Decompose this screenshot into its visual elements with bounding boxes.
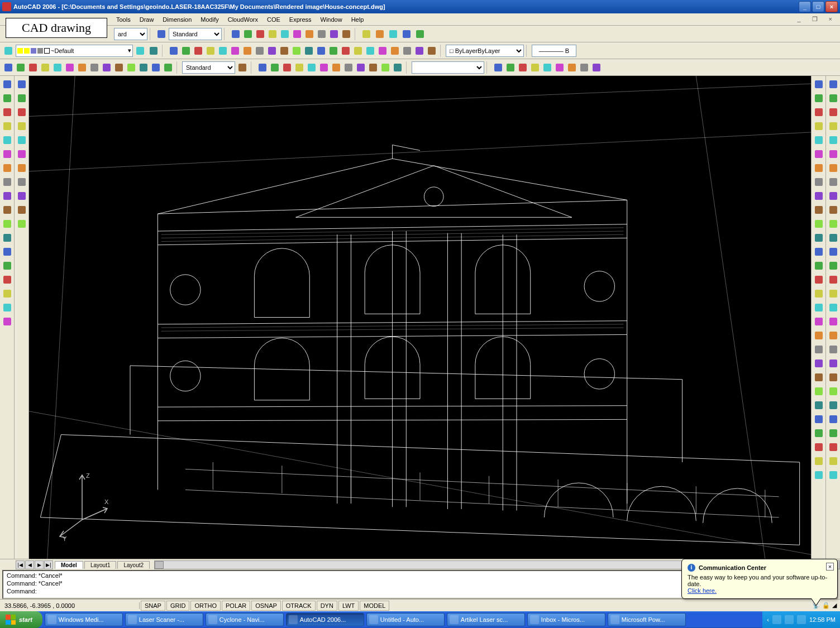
tb-r1-b[interactable] bbox=[374, 28, 386, 40]
tab-nav-prev[interactable]: ◀ bbox=[25, 560, 34, 569]
cyl-icon[interactable] bbox=[827, 427, 839, 439]
mdi-close[interactable]: × bbox=[824, 15, 837, 24]
osnap-node-icon[interactable] bbox=[827, 120, 839, 132]
task-button-3[interactable]: AutoCAD 2006... bbox=[286, 613, 364, 626]
view-se-icon[interactable] bbox=[342, 61, 355, 74]
calc-icon[interactable] bbox=[413, 45, 426, 57]
view-top-icon[interactable] bbox=[256, 61, 269, 74]
light-icon[interactable] bbox=[1, 106, 13, 118]
right-icon[interactable] bbox=[1, 301, 13, 314]
task-button-1[interactable]: Laser Scaner -... bbox=[125, 613, 203, 626]
dim-diameter-icon[interactable] bbox=[303, 28, 316, 40]
point-t-icon[interactable] bbox=[16, 218, 28, 230]
match-icon[interactable] bbox=[266, 45, 278, 57]
sphere-icon[interactable] bbox=[827, 441, 839, 453]
image-icon[interactable] bbox=[1, 218, 13, 230]
tab-nav-first[interactable]: |◀ bbox=[16, 560, 25, 569]
osnap-int-icon[interactable] bbox=[827, 148, 839, 160]
scroll-thumb[interactable] bbox=[155, 561, 164, 569]
osnap-par-icon[interactable] bbox=[827, 246, 839, 258]
osnap-ext-icon[interactable] bbox=[827, 162, 839, 174]
ucs-f-icon[interactable] bbox=[517, 61, 529, 74]
ucs-z-icon[interactable] bbox=[541, 61, 553, 74]
dim-edit-icon[interactable] bbox=[236, 61, 249, 74]
osnap-set-icon[interactable] bbox=[827, 274, 839, 286]
publish-icon[interactable] bbox=[217, 45, 229, 57]
polygon-t-icon[interactable] bbox=[16, 120, 28, 132]
trim-icon[interactable] bbox=[813, 287, 825, 300]
top-icon[interactable] bbox=[1, 260, 13, 272]
scale-icon[interactable] bbox=[813, 343, 825, 356]
task-button-4[interactable]: Untitled - Auto... bbox=[366, 613, 445, 626]
interfere-icon[interactable] bbox=[827, 343, 839, 356]
ucs-v-icon[interactable] bbox=[590, 61, 603, 74]
layers-icon[interactable] bbox=[2, 45, 15, 57]
toggle-ortho[interactable]: ORTHO bbox=[190, 601, 221, 611]
polygon-icon[interactable] bbox=[51, 61, 64, 74]
clock[interactable]: 12:58 PM bbox=[809, 616, 836, 623]
menu-modify[interactable]: Modify bbox=[196, 15, 223, 24]
osnap-mid-icon[interactable] bbox=[827, 92, 839, 104]
menu-tools[interactable]: Tools bbox=[112, 15, 135, 24]
ellipse-arc-icon[interactable] bbox=[137, 61, 150, 74]
properties-icon[interactable] bbox=[352, 45, 364, 57]
tb-r1-d[interactable] bbox=[400, 28, 413, 40]
zoom-win-icon[interactable] bbox=[813, 106, 825, 118]
zoom-prev-icon[interactable] bbox=[340, 45, 352, 57]
menu-cloudworx[interactable]: CloudWorx bbox=[223, 15, 262, 24]
line-icon[interactable] bbox=[2, 61, 15, 74]
menu-draw[interactable]: Draw bbox=[135, 15, 159, 24]
array-icon[interactable] bbox=[813, 399, 825, 411]
rotate-icon[interactable] bbox=[813, 427, 825, 439]
wedge-icon[interactable] bbox=[827, 469, 839, 481]
menu-express[interactable]: Express bbox=[285, 15, 316, 24]
circle-icon[interactable] bbox=[88, 61, 101, 74]
ucs-x-icon[interactable] bbox=[566, 61, 578, 74]
redo-icon[interactable] bbox=[290, 45, 303, 57]
intersect-icon[interactable] bbox=[827, 385, 839, 397]
fog-icon[interactable] bbox=[1, 162, 13, 174]
adjust-icon[interactable] bbox=[813, 162, 825, 174]
scene-icon[interactable] bbox=[1, 92, 13, 104]
copy-icon[interactable] bbox=[241, 45, 254, 57]
move-icon[interactable] bbox=[813, 413, 825, 425]
close-button[interactable]: × bbox=[825, 1, 838, 12]
dimstyle-dropdown[interactable]: Standard bbox=[169, 28, 222, 40]
ls-lib-icon[interactable] bbox=[1, 204, 13, 216]
tab-model[interactable]: Model bbox=[55, 561, 83, 569]
wipe-icon[interactable] bbox=[813, 246, 825, 258]
task-button-5[interactable]: Artikel Laser sc... bbox=[447, 613, 525, 626]
toggle-snap[interactable]: SNAP bbox=[141, 601, 165, 611]
layers-icon[interactable] bbox=[813, 469, 825, 481]
dim-radius-icon[interactable] bbox=[291, 28, 303, 40]
osnap-perp-icon[interactable] bbox=[827, 190, 839, 202]
osnap-cen-icon[interactable] bbox=[827, 106, 839, 118]
ucs-o-icon[interactable] bbox=[529, 61, 541, 74]
union-icon[interactable] bbox=[827, 357, 839, 370]
spline-icon[interactable] bbox=[113, 61, 125, 74]
tray-icon-3[interactable] bbox=[797, 615, 806, 624]
revolve-icon[interactable] bbox=[827, 301, 839, 314]
render-icon[interactable] bbox=[1, 78, 13, 90]
dim-angular-icon[interactable] bbox=[316, 28, 328, 40]
toggle-lwt[interactable]: LWT bbox=[338, 601, 359, 611]
revcloud-icon[interactable] bbox=[101, 61, 113, 74]
view-bot-icon[interactable] bbox=[269, 61, 281, 74]
tool-pal-icon[interactable] bbox=[376, 45, 389, 57]
const-icon[interactable] bbox=[15, 61, 27, 74]
layer-prev-icon[interactable] bbox=[134, 45, 146, 57]
ellipse-icon[interactable] bbox=[125, 61, 137, 74]
osnap-end-icon[interactable] bbox=[827, 78, 839, 90]
maximize-button[interactable]: □ bbox=[812, 1, 824, 12]
dim-baseline-icon[interactable] bbox=[340, 28, 352, 40]
3dorbit-icon[interactable] bbox=[392, 61, 404, 74]
left-icon[interactable] bbox=[1, 287, 13, 300]
view-r-icon[interactable] bbox=[293, 61, 306, 74]
markup-icon[interactable] bbox=[401, 45, 413, 57]
pan-icon[interactable] bbox=[813, 78, 825, 90]
copy-icon[interactable] bbox=[813, 357, 825, 370]
osnap-app-icon[interactable] bbox=[827, 232, 839, 244]
erase-icon[interactable] bbox=[813, 441, 825, 453]
menu-window[interactable]: Window bbox=[316, 15, 347, 24]
block-icon[interactable] bbox=[162, 61, 174, 74]
